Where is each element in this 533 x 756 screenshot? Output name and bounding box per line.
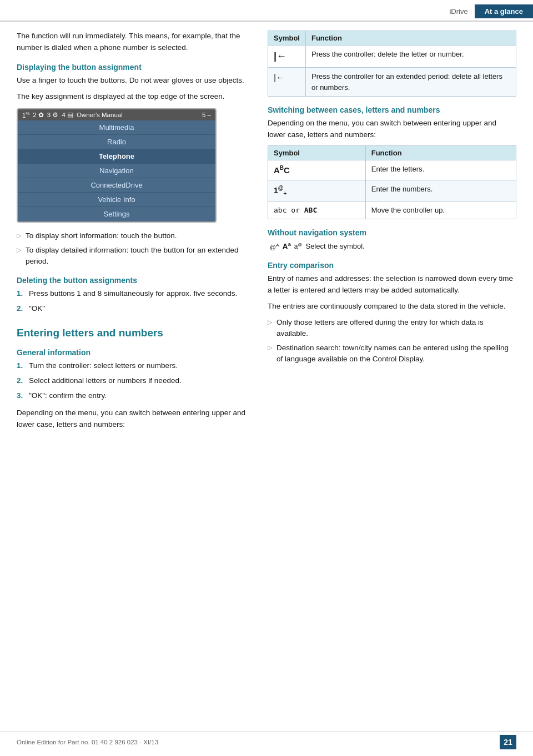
section1-para2: The key assignment is displayed at the t… [17, 91, 248, 103]
topbar-right: 5 – [202, 112, 211, 118]
section3-para: Depending on the menu, you can switch be… [268, 118, 516, 141]
gen-text-1: Turn the controller: select letters or n… [29, 360, 178, 372]
left-column: The function will run immediately. This … [17, 31, 261, 435]
symbol-table-2: Symbol Function ABC Enter the letters. 1… [268, 145, 516, 219]
page-header: iDrive At a glance [0, 0, 533, 22]
gen-info-title: General information [17, 348, 248, 357]
table1-header: Symbol Function [268, 31, 516, 46]
function-cell-numbers: Enter the numbers. [365, 180, 516, 201]
without-nav-title: Without navigation system [268, 228, 516, 237]
bullet-text-2: To display detailed information: touch t… [26, 245, 248, 268]
entry-comp-para2: The entries are continuously compared to… [268, 301, 516, 313]
section1-bullets: ▷ To display short information: touch th… [17, 230, 248, 268]
section2-title: Deleting the button assignments [17, 276, 248, 285]
symbol-cell-1: |← [268, 46, 306, 68]
function-cell-2: Press the controller for an extended per… [305, 68, 516, 97]
table-row: abc or ABC Move the controller up. [268, 201, 516, 219]
bullet-tri-2: ▷ [17, 245, 21, 255]
bullet-item-2: ▷ To display detailed information: touch… [17, 245, 248, 268]
gen-num-3: 3. [17, 390, 29, 402]
symbol-cell-2: |← [268, 68, 306, 97]
topbar-item2: 2 ✿ [33, 111, 44, 119]
nav-symbol-1: @A [270, 243, 279, 250]
symbol-cell-num: 1@+ [268, 180, 366, 201]
table2-header: Symbol Function [268, 145, 516, 160]
without-nav-text: Select the symbol. [305, 242, 364, 250]
screen-mockup: 1% 2 ✿ 3 ⚙ 4 ▤ Owner's Manual 5 – ◀ ▶ Mu… [17, 108, 217, 223]
footer-edition: Online Edition for Part no. 01 40 2 926 … [17, 739, 158, 745]
entry-tri-2: ▷ [268, 343, 272, 352]
screen-mockup-wrapper: 1% 2 ✿ 3 ⚙ 4 ▤ Owner's Manual 5 – ◀ ▶ Mu… [17, 108, 248, 223]
step-num-1: 1. [17, 288, 29, 300]
step-2-1: 1. Press buttons 1 and 8 simultaneously … [17, 288, 248, 300]
function-cell-letters: Enter the letters. [365, 160, 516, 180]
table-row: 1@+ Enter the numbers. [268, 180, 516, 201]
switch-para: Depending on the menu, you can switch be… [17, 407, 248, 431]
menu-vehicleinfo: Vehicle Info [18, 193, 215, 207]
topbar-item5: Owner's Manual [77, 112, 123, 118]
step-text-2: "OK" [29, 303, 45, 315]
topbar-item4: 4 ▤ [62, 111, 73, 119]
entry-text-2: Destination search: town/city names can … [276, 342, 516, 365]
ctrl-arrow-1: |← [274, 51, 286, 62]
entry-bullet-1: ▷ Only those letters are offered during … [268, 317, 516, 340]
page-body: The function will run immediately. This … [0, 31, 533, 435]
step-2-2: 2. "OK" [17, 303, 248, 315]
nav-symbol-2: Aa [283, 241, 291, 251]
main-title: Entering letters and numbers [17, 327, 248, 339]
menu-radio: Radio [18, 135, 215, 149]
bullet-tri-1: ▷ [17, 231, 21, 240]
page-footer: Online Edition for Part no. 01 40 2 926 … [0, 731, 533, 749]
table1-col2: Function [305, 31, 516, 46]
gen-step-1: 1. Turn the controller: select letters o… [17, 360, 248, 372]
topbar-item3: 3 ⚙ [47, 111, 59, 119]
menu-telephone: Telephone [18, 149, 215, 164]
page-number: 21 [500, 735, 516, 749]
table-row: ABC Enter the letters. [268, 160, 516, 180]
gen-steps: 1. Turn the controller: select letters o… [17, 360, 248, 402]
table-row: |← Press the controller for an extended … [268, 68, 516, 97]
num-symbol: 1@+ [274, 186, 286, 195]
menu-settings: Settings [18, 207, 215, 221]
screen-topbar-left: 1% 2 ✿ 3 ⚙ 4 ▤ Owner's Manual [22, 111, 123, 119]
gen-step-2: 2. Select additional letters or numbers … [17, 375, 248, 387]
gen-num-1: 1. [17, 360, 29, 372]
entry-comp-title: Entry comparison [268, 261, 516, 270]
gen-step-3: 3. "OK": confirm the entry. [17, 390, 248, 402]
table1-col1: Symbol [268, 31, 306, 46]
abc-ABC-symbol: abc or ABC [274, 206, 317, 214]
table2-col1: Symbol [268, 145, 366, 160]
screen-topbar: 1% 2 ✿ 3 ⚙ 4 ▤ Owner's Manual 5 – [18, 109, 215, 120]
menu-multimedia: Multimedia [18, 120, 215, 135]
right-column: Symbol Function |← Press the controller:… [261, 31, 516, 435]
bullet-text-1: To display short information: touch the … [26, 230, 177, 241]
step-num-2: 2. [17, 303, 29, 315]
nav-symbol-3: a@ [294, 242, 303, 250]
header-idrive-label: iDrive [443, 5, 474, 18]
step-text-1: Press buttons 1 and 8 simultaneously for… [29, 288, 237, 300]
section2-steps: 1. Press buttons 1 and 8 simultaneously … [17, 288, 248, 315]
symbol-cell-abcABC: abc or ABC [268, 201, 366, 219]
function-cell-1: Press the controller: delete the letter … [305, 46, 516, 68]
section1-para1: Use a finger to touch the buttons. Do no… [17, 75, 248, 87]
menu-connecteddrive: ConnectedDrive [18, 178, 215, 193]
entry-comp-bullets: ▷ Only those letters are offered during … [268, 317, 516, 365]
entry-text-1: Only those letters are offered during th… [276, 317, 516, 340]
gen-num-2: 2. [17, 375, 29, 387]
gen-text-2: Select additional letters or numbers if … [29, 375, 182, 387]
gen-text-3: "OK": confirm the entry. [29, 390, 107, 402]
entry-tri-1: ▷ [268, 317, 272, 327]
entry-comp-para1: Entry of names and addresses: the select… [268, 273, 516, 296]
menu-navigation: Navigation [18, 164, 215, 178]
symbol-cell-abc: ABC [268, 160, 366, 180]
symbol-table-1: Symbol Function |← Press the controller:… [268, 31, 516, 97]
ctrl-arrow-2: |← [274, 73, 285, 82]
table2-col2: Function [365, 145, 516, 160]
function-cell-move: Move the controller up. [365, 201, 516, 219]
intro-paragraph: The function will run immediately. This … [17, 31, 248, 54]
header-ataglance-label: At a glance [475, 4, 533, 18]
abc-symbol: ABC [274, 165, 290, 175]
topbar-item1: 1% [22, 111, 29, 119]
section3-title: Switching between cases, letters and num… [268, 105, 516, 114]
bullet-item-1: ▷ To display short information: touch th… [17, 230, 248, 241]
